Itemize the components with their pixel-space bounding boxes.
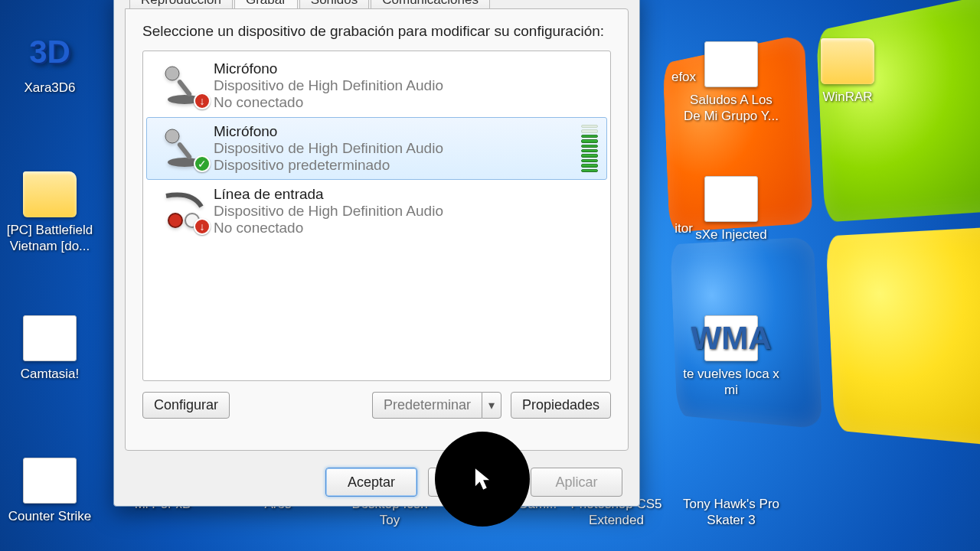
device-row[interactable]: ✓ Micrófono Dispositivo de High Definiti… bbox=[146, 117, 607, 180]
app-icon: 3D bbox=[23, 29, 77, 75]
folder-icon bbox=[23, 171, 77, 217]
icon-label: Tony Hawk's Pro Skater 3 bbox=[681, 496, 781, 529]
set-default-label: Predeterminar bbox=[372, 392, 482, 419]
icon-label: WinRAR bbox=[798, 89, 897, 105]
sound-dialog: Reproducción Grabar Sonidos Comunicacion… bbox=[113, 0, 640, 507]
line-icon: ↓ bbox=[155, 186, 214, 236]
desktop-icon-battlefield[interactable]: [PC] Battlefield Vietnam [do... bbox=[0, 171, 100, 255]
recording-panel: Seleccione un dispositivo de grabación p… bbox=[125, 8, 629, 451]
icon-label: te vuelves loca x mi bbox=[681, 366, 781, 399]
level-meter bbox=[581, 125, 598, 172]
file-icon bbox=[704, 41, 758, 87]
device-name: Línea de entrada bbox=[214, 186, 598, 203]
status-disconnected-icon: ↓ bbox=[194, 218, 211, 235]
cursor-highlight bbox=[435, 432, 530, 527]
svg-point-6 bbox=[168, 214, 182, 227]
file-icon bbox=[23, 315, 77, 361]
svg-rect-4 bbox=[177, 142, 193, 160]
desktop-icon-counterstrike[interactable]: Counter Strike bbox=[0, 458, 100, 524]
svg-point-2 bbox=[165, 67, 179, 80]
mic-icon: ↓ bbox=[155, 60, 214, 111]
ok-button[interactable]: Aceptar bbox=[325, 468, 417, 497]
dialog-ok-row: Aceptar Cancelar Aplicar bbox=[114, 458, 639, 506]
file-icon bbox=[704, 176, 758, 222]
set-default-dropdown[interactable]: Predeterminar ▾ bbox=[372, 392, 501, 419]
properties-button[interactable]: Propiedades bbox=[511, 392, 611, 419]
instruction-text: Seleccione un dispositivo de grabación p… bbox=[142, 23, 611, 40]
device-subtitle: Dispositivo de High Definition Audio bbox=[214, 203, 598, 220]
configure-button[interactable]: Configurar bbox=[142, 392, 230, 419]
device-name: Micrófono bbox=[214, 60, 598, 77]
file-icon bbox=[23, 458, 77, 504]
desktop-icon-saludos[interactable]: Saludos A Los De Mi Grupo Y... bbox=[681, 41, 781, 125]
icon-label: Saludos A Los De Mi Grupo Y... bbox=[681, 92, 781, 125]
apply-button[interactable]: Aplicar bbox=[531, 468, 622, 497]
desktop-icon-wma[interactable]: WMAte vuelves loca x mi bbox=[681, 315, 781, 399]
icon-label: Camtasia! bbox=[0, 366, 100, 382]
desktop-icon-camtasia[interactable]: Camtasia! bbox=[0, 315, 100, 382]
device-list[interactable]: ↓ Micrófono Dispositivo de High Definiti… bbox=[142, 51, 611, 381]
folder-icon bbox=[821, 38, 874, 84]
device-subtitle: Dispositivo de High Definition Audio bbox=[214, 140, 575, 157]
device-status: No conectado bbox=[214, 94, 598, 111]
device-row[interactable]: ↓ Línea de entrada Dispositivo de High D… bbox=[146, 180, 607, 243]
icon-label: [PC] Battlefield Vietnam [do... bbox=[0, 222, 100, 255]
desktop-icon-winrar[interactable]: WinRAR bbox=[798, 38, 897, 105]
mic-icon: ✓ bbox=[155, 123, 214, 174]
icon-label: sXe Injected bbox=[681, 227, 781, 243]
status-disconnected-icon: ↓ bbox=[194, 93, 211, 109]
desktop-icon-tonyhawk[interactable]: Tony Hawk's Pro Skater 3 bbox=[681, 496, 781, 529]
chevron-down-icon[interactable]: ▾ bbox=[482, 392, 501, 419]
device-row[interactable]: ↓ Micrófono Dispositivo de High Definiti… bbox=[146, 54, 607, 117]
device-subtitle: Dispositivo de High Definition Audio bbox=[214, 77, 598, 94]
icon-label: Xara3D6 bbox=[0, 80, 100, 96]
svg-point-5 bbox=[165, 129, 179, 143]
icon-label: Counter Strike bbox=[0, 508, 100, 524]
device-name: Micrófono bbox=[214, 123, 575, 140]
status-ok-icon: ✓ bbox=[194, 155, 211, 172]
device-status: No conectado bbox=[214, 220, 598, 236]
desktop-icon-sxe[interactable]: sXe Injected bbox=[681, 176, 781, 243]
device-status: Dispositivo predeterminado bbox=[214, 157, 575, 174]
cursor-icon bbox=[472, 467, 492, 491]
desktop-icon-xara3d[interactable]: 3DXara3D6 bbox=[0, 29, 100, 96]
svg-rect-1 bbox=[177, 79, 193, 97]
file-icon: WMA bbox=[704, 315, 758, 361]
